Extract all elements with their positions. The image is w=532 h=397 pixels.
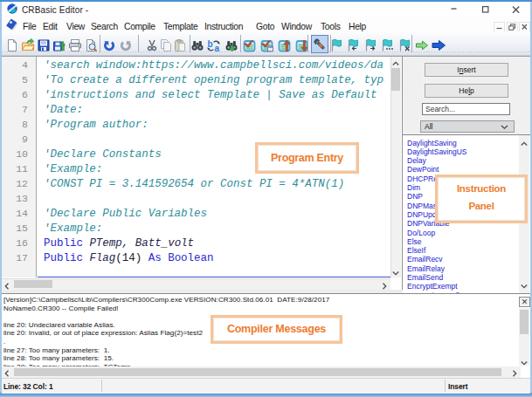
- svg-text:b: b: [208, 39, 213, 49]
- svg-text:a: a: [215, 44, 220, 52]
